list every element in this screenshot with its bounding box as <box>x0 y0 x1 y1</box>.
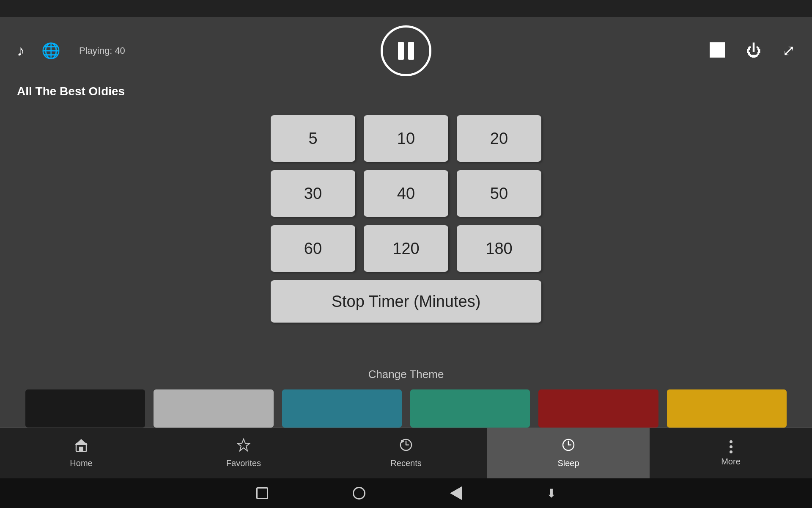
nav-sleep[interactable]: Sleep <box>487 428 650 478</box>
nav-recents[interactable]: Recents <box>325 428 487 478</box>
home-button[interactable] <box>353 487 365 500</box>
timer-grid: 5 10 20 30 40 50 60 120 180 <box>271 115 541 272</box>
pause-bar-right <box>408 42 414 60</box>
dot-mid <box>730 445 732 448</box>
nav-favorites[interactable]: Favorites <box>162 428 325 478</box>
pause-bar-left <box>398 42 404 60</box>
svg-rect-1 <box>79 447 83 452</box>
clock-icon <box>562 438 575 455</box>
timer-180-button[interactable]: 180 <box>457 225 541 272</box>
pause-button-container <box>381 25 431 76</box>
pause-icon <box>398 42 414 60</box>
theme-black[interactable] <box>25 389 145 428</box>
globe-icon[interactable]: 🌐 <box>41 42 60 60</box>
timer-20-button[interactable]: 20 <box>457 115 541 162</box>
top-right-controls <box>710 42 795 60</box>
theme-teal[interactable] <box>282 389 402 428</box>
timer-30-button[interactable]: 30 <box>271 170 355 217</box>
theme-gray[interactable] <box>154 389 273 428</box>
bottom-nav: Home Favorites Recents <box>0 428 812 478</box>
back-icon <box>450 486 462 500</box>
recent-apps-icon <box>256 487 268 499</box>
android-system-bar: ⬇ <box>0 478 812 508</box>
music-icon[interactable]: ♪ <box>17 42 25 60</box>
nav-home-label: Home <box>70 458 92 468</box>
nav-home[interactable]: Home <box>0 428 162 478</box>
timer-120-button[interactable]: 120 <box>364 225 448 272</box>
nav-recents-label: Recents <box>390 458 421 468</box>
power-icon[interactable] <box>746 42 761 60</box>
dot-bot <box>730 450 732 453</box>
playing-text: Playing: 40 <box>79 45 125 56</box>
nav-more-label: More <box>721 457 741 467</box>
main-area: ♪ 🌐 Playing: 40 All The Best Oldies <box>0 17 812 428</box>
change-theme-label: Change Theme <box>368 368 444 381</box>
theme-red[interactable] <box>538 389 658 428</box>
recent-apps-button[interactable] <box>256 487 268 499</box>
download-icon: ⬇ <box>546 486 556 500</box>
stop-timer-button[interactable]: Stop Timer (Minutes) <box>271 280 541 323</box>
timer-40-button[interactable]: 40 <box>364 170 448 217</box>
star-icon <box>237 438 250 455</box>
stop-button[interactable] <box>710 42 725 59</box>
nav-sleep-label: Sleep <box>557 458 579 468</box>
timer-50-button[interactable]: 50 <box>457 170 541 217</box>
status-bar <box>0 0 812 17</box>
dot-top <box>730 440 732 443</box>
theme-colors <box>13 389 799 428</box>
timer-section: 5 10 20 30 40 50 60 120 180 Stop Timer (… <box>0 107 812 368</box>
svg-marker-3 <box>237 439 250 451</box>
share-icon[interactable] <box>782 42 795 60</box>
stop-square-icon <box>710 42 725 58</box>
back-button[interactable] <box>450 486 462 500</box>
nav-favorites-label: Favorites <box>226 458 261 468</box>
nav-more[interactable]: More <box>650 428 812 478</box>
top-bar: ♪ 🌐 Playing: 40 <box>0 17 812 85</box>
svg-marker-2 <box>75 439 88 445</box>
timer-60-button[interactable]: 60 <box>271 225 355 272</box>
top-left: ♪ 🌐 Playing: 40 <box>17 42 125 60</box>
timer-10-button[interactable]: 10 <box>364 115 448 162</box>
download-button[interactable]: ⬇ <box>546 486 556 500</box>
station-name: All The Best Oldies <box>0 85 812 107</box>
home-hardware-icon <box>353 487 365 500</box>
theme-yellow[interactable] <box>667 389 787 428</box>
home-icon <box>74 438 88 455</box>
theme-section: Change Theme <box>0 368 812 428</box>
pause-button[interactable] <box>381 25 431 76</box>
history-icon <box>399 438 413 455</box>
top-icons-left: ♪ 🌐 Playing: 40 <box>17 42 125 60</box>
timer-5-button[interactable]: 5 <box>271 115 355 162</box>
more-dots-icon <box>730 440 732 453</box>
theme-green[interactable] <box>410 389 530 428</box>
